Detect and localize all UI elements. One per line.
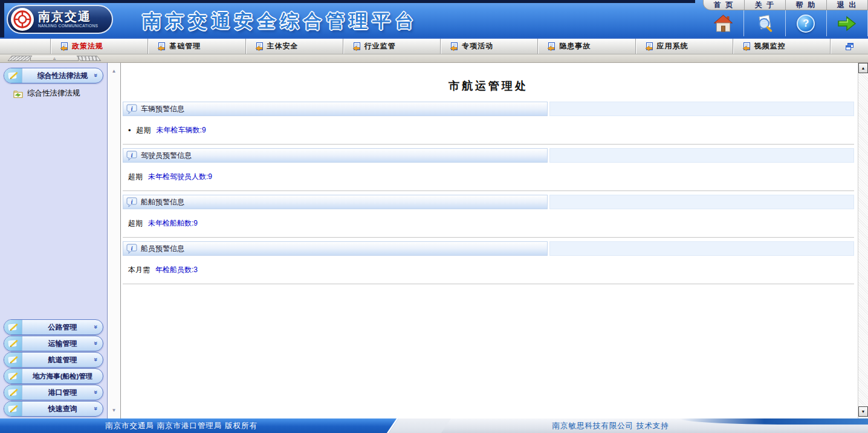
notepad-pencil-icon — [4, 369, 22, 383]
notepad-pencil-icon — [4, 385, 22, 400]
logo-name: 南京交通 — [38, 10, 98, 22]
sidebar-collapse-handle[interactable]: ▵ — [10, 56, 99, 61]
document-arrow-icon — [742, 42, 751, 51]
tab-label: 专项活动 — [462, 41, 493, 51]
collapse-up-arrow-icon[interactable]: ▵ — [30, 56, 79, 61]
window-restore-icon[interactable] — [831, 39, 868, 54]
menu-exit[interactable]: 退 出 — [827, 0, 868, 10]
scrollbar-track[interactable] — [858, 73, 868, 406]
double-chevron-down-icon: » — [92, 390, 99, 394]
tab-label: 主体安全 — [267, 41, 299, 51]
scroll-up-icon[interactable]: ▲ — [112, 68, 117, 74]
splitter-bar: ▵ — [0, 54, 868, 63]
sidebar: 综合性法律法规 » 综合性法律法规 公路管理 » 运输管理 » — [0, 63, 108, 418]
ship-annual-inspection-link[interactable]: 未年检船舶数:9 — [148, 218, 198, 229]
folder-icon — [13, 90, 23, 98]
about-icon[interactable] — [744, 10, 785, 36]
driver-annual-inspection-link[interactable]: 未年检驾驶员人数:9 — [148, 172, 212, 182]
info-bubble-icon: i — [126, 150, 137, 161]
tab-label: 政策法规 — [72, 41, 103, 51]
crew-annual-inspection-link[interactable]: 年检船员数:3 — [155, 265, 198, 275]
sidebar-group-quick-query[interactable]: 快速查询 » — [4, 401, 103, 417]
sidebar-group-label: 综合性法律法规 — [22, 71, 103, 81]
tab-basic-management[interactable]: 基础管理 — [148, 39, 245, 54]
double-chevron-down-icon: » — [92, 341, 99, 345]
nav-spacer — [0, 39, 51, 54]
document-arrow-icon — [352, 42, 361, 51]
sidebar-group-local-maritime-management[interactable]: 地方海事(船检)管理 — [4, 368, 103, 384]
vertical-scrollbar[interactable]: ▲ ▼ — [858, 63, 868, 418]
tab-policy-regulations[interactable]: 政策法规 — [51, 39, 148, 54]
sidebar-group-label: 快速查询 — [22, 404, 103, 414]
tab-industry-supervision[interactable]: 行业监管 — [343, 39, 441, 54]
section-row: • 超期 未年检车辆数:9 — [123, 116, 854, 145]
notepad-pencil-icon — [4, 320, 22, 334]
sidebar-group-label: 港口管理 — [22, 388, 103, 398]
tab-special-activities[interactable]: 专项活动 — [441, 39, 538, 54]
footer-wave-crest — [679, 418, 868, 425]
double-chevron-down-icon: » — [92, 325, 99, 328]
warning-category: 超期 — [128, 218, 143, 229]
header-left-border — [0, 0, 4, 37]
section-row: 超期 未年检船舶数:9 — [123, 209, 854, 238]
main-content: 市航运管理处 i 车辆预警信息 • 超期 未年检车辆数:9 — [121, 63, 858, 418]
home-icon[interactable] — [703, 10, 744, 36]
double-chevron-down-icon: » — [92, 406, 99, 410]
info-bubble-icon: i — [126, 197, 137, 207]
sidebar-group-label: 航道管理 — [22, 355, 103, 365]
logo: 南京交通 NANJING COMMUNICATIONS — [7, 5, 113, 34]
scroll-down-icon[interactable]: ▼ — [112, 408, 117, 413]
scrollbar-up-icon[interactable]: ▲ — [858, 63, 868, 73]
section-row: 本月需 年检船员数:3 — [123, 256, 854, 284]
notepad-pencil-icon — [4, 68, 22, 83]
double-chevron-down-icon: » — [92, 357, 99, 361]
tab-application-systems[interactable]: 应用系统 — [636, 39, 733, 54]
vehicle-annual-inspection-link[interactable]: 未年检车辆数:9 — [157, 125, 206, 135]
sidebar-group-label: 公路管理 — [22, 322, 103, 333]
page-title: 南京交通安全综合管理平台 — [143, 9, 418, 34]
tab-label: 隐患事故 — [559, 41, 591, 51]
nanjing-communications-emblem-icon — [11, 8, 34, 31]
app-window: 南京交通 NANJING COMMUNICATIONS 南京交通安全综合管理平台… — [0, 0, 868, 433]
tab-video-surveillance[interactable]: 视频监控 — [733, 39, 831, 54]
tab-subject-safety[interactable]: 主体安全 — [246, 39, 343, 54]
section-header-label: 驾驶员预警信息 — [141, 151, 192, 161]
document-arrow-icon — [546, 42, 555, 51]
menu-home[interactable]: 首 页 — [704, 0, 745, 10]
sidebar-gutter-scrollbar[interactable]: ▲ ▼ — [108, 63, 121, 418]
tab-label: 行业监管 — [364, 41, 396, 51]
exit-icon[interactable] — [827, 10, 868, 36]
sidebar-group-highway-management[interactable]: 公路管理 » — [4, 319, 103, 335]
hatch-left — [7, 56, 32, 61]
bullet-marker: • — [128, 126, 131, 135]
tab-hazard-accidents[interactable]: 隐患事故 — [538, 39, 635, 54]
sidebar-group-transport-management[interactable]: 运输管理 » — [4, 336, 103, 351]
header-top-border — [0, 0, 695, 3]
sidebar-group-comprehensive-laws[interactable]: 综合性法律法规 » — [4, 68, 103, 83]
section-vehicle-warning: i 车辆预警信息 • 超期 未年检车辆数:9 — [123, 102, 854, 148]
header: 南京交通 NANJING COMMUNICATIONS 南京交通安全综合管理平台… — [0, 0, 868, 37]
sidebar-group-waterway-management[interactable]: 航道管理 » — [4, 352, 103, 368]
scrollbar-down-icon[interactable]: ▼ — [858, 406, 868, 417]
help-icon[interactable]: ? — [786, 10, 827, 36]
sidebar-group-port-management[interactable]: 港口管理 » — [4, 385, 103, 400]
menu-about[interactable]: 关 于 — [745, 0, 786, 10]
hatch-right — [76, 56, 101, 61]
tree-item-comprehensive-laws[interactable]: 综合性法律法规 — [0, 84, 107, 99]
section-header-right-cell — [549, 102, 854, 116]
footer: 南京市交通局 南京市港口管理局 版权所有 南京敏思科技有限公司 技术支持 — [0, 418, 868, 433]
section-header-label: 船员预警信息 — [141, 244, 184, 254]
notepad-pencil-icon — [4, 402, 22, 416]
notepad-pencil-icon — [4, 336, 22, 351]
sidebar-group-label: 运输管理 — [22, 339, 103, 349]
quick-menu: 首 页 关 于 帮 助 退 出 — [695, 0, 868, 37]
warning-category: 超期 — [128, 172, 143, 182]
section-header-label: 船舶预警信息 — [141, 197, 184, 207]
info-bubble-icon: i — [126, 243, 137, 254]
menu-help[interactable]: 帮 助 — [786, 0, 827, 10]
document-arrow-icon — [254, 42, 264, 51]
content-title: 市航运管理处 — [123, 79, 854, 102]
tab-label: 应用系统 — [657, 41, 688, 51]
double-chevron-down-icon: » — [92, 73, 99, 77]
tab-label: 视频监控 — [754, 41, 786, 51]
